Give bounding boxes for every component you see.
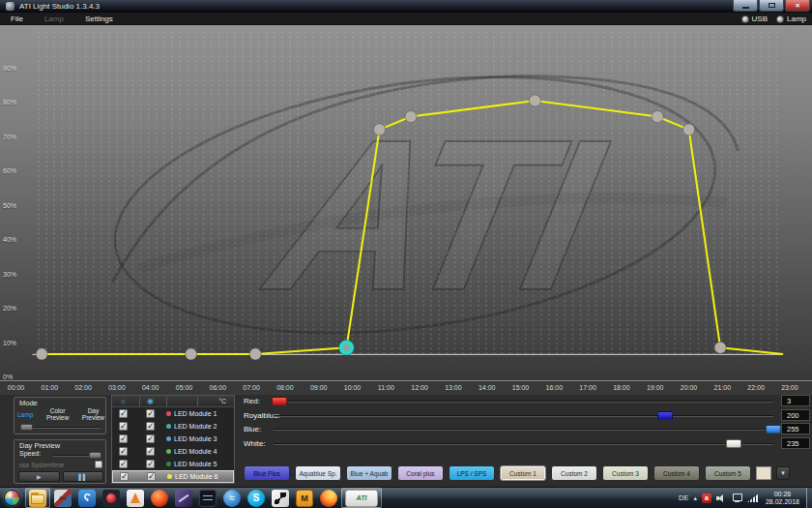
taskbar-button-vlc[interactable] — [124, 488, 147, 508]
led-power-checkbox[interactable] — [146, 422, 155, 431]
taskbar-button-bluemsg[interactable] — [220, 488, 244, 508]
use-systemtime-checkbox[interactable] — [95, 461, 102, 468]
schedule-chart[interactable]: ATI 90%80%70%60%50%40%30%20%10%0% — [0, 25, 812, 380]
minimize-button[interactable] — [733, 0, 758, 12]
menu-item-lamp[interactable]: Lamp — [34, 13, 74, 25]
mode-slider[interactable] — [20, 427, 102, 429]
taskbar-button-explorer[interactable] — [25, 488, 50, 508]
power-icon[interactable]: ◉ — [147, 396, 154, 407]
fan-icon[interactable]: ☼ — [120, 396, 127, 407]
led-power-checkbox[interactable] — [146, 434, 155, 443]
channel-label: Blue: — [244, 425, 261, 433]
swatch-dropdown-button[interactable]: ▾ — [776, 466, 790, 480]
chart-point[interactable] — [405, 111, 417, 123]
preset-button-custom-4[interactable]: Custom 4 — [653, 465, 700, 481]
chart-point[interactable] — [529, 95, 540, 106]
channel-slider-handle[interactable] — [726, 439, 741, 448]
network-icon[interactable] — [732, 493, 742, 503]
led-power-checkbox[interactable] — [146, 460, 155, 468]
mode-option-color-preview[interactable]: Color Preview — [46, 407, 69, 421]
taskbar-button-purple[interactable] — [172, 488, 195, 508]
preset-button-lps-sps[interactable]: LPS / SPS — [449, 465, 495, 481]
menu-item-settings[interactable]: Settings — [74, 13, 124, 25]
chart-point[interactable] — [249, 348, 261, 360]
preset-button-custom-1[interactable]: Custom 1 — [500, 465, 546, 481]
led-visible-checkbox[interactable] — [119, 422, 128, 431]
channel-slider-track[interactable] — [274, 415, 773, 417]
taskbar-button-imagetool[interactable] — [51, 488, 74, 508]
led-visible-checkbox[interactable] — [119, 434, 128, 443]
taskbar-button-skype[interactable] — [245, 488, 268, 508]
maximize-button[interactable] — [759, 0, 784, 12]
pause-button[interactable]: ▌▌ — [63, 471, 104, 482]
led-module-row[interactable]: LED Module 1 — [112, 407, 234, 420]
taskbar-button-redmedia[interactable] — [100, 488, 123, 508]
taskbar-clock[interactable]: 00:26 28.02.2018 — [766, 491, 799, 506]
led-visible-checkbox[interactable] — [119, 447, 128, 456]
channel-slider-handle[interactable] — [766, 425, 781, 433]
taskbar-button-ati[interactable] — [341, 488, 382, 508]
chart-plot[interactable] — [0, 25, 812, 380]
channel-slider-track[interactable] — [274, 429, 773, 431]
control-panel: Mode LampColor PreviewDay Preview Day Pr… — [0, 395, 812, 487]
led-visible-checkbox[interactable] — [120, 472, 129, 481]
led-visible-checkbox[interactable] — [119, 460, 128, 468]
chart-point[interactable] — [714, 342, 726, 353]
title-bar[interactable]: ATI Light Studio 1.3.4.3 × — [0, 0, 812, 13]
preset-button-custom-2[interactable]: Custom 2 — [551, 465, 597, 481]
channel-slider-handle[interactable] — [272, 397, 287, 405]
speed-slider[interactable] — [53, 455, 102, 457]
led-module-row[interactable]: LED Module 3 — [112, 433, 234, 445]
channel-value: 235 — [781, 437, 810, 449]
preset-button-blue-aquab[interactable]: Blue + Aquab — [346, 465, 392, 481]
preset-button-blue-plus[interactable]: Blue Plus — [244, 465, 290, 481]
mode-slider-handle[interactable] — [20, 424, 33, 431]
chart-point[interactable] — [373, 124, 385, 135]
chart-point[interactable] — [652, 111, 663, 123]
start-button[interactable] — [4, 490, 20, 506]
language-indicator[interactable]: DE — [679, 493, 688, 502]
led-power-checkbox[interactable] — [146, 447, 155, 456]
volume-icon[interactable] — [716, 493, 727, 503]
channel-slider-track[interactable] — [274, 443, 773, 445]
led-list-header: ☼ ◉ °C — [112, 396, 234, 407]
console-icon — [199, 490, 217, 507]
signal-icon[interactable] — [747, 493, 759, 503]
x-axis: 00:0001:0002:0003:0004:0005:0006:0007:00… — [0, 380, 812, 395]
x-axis-label: 12:00 — [406, 384, 433, 391]
channel-slider-track[interactable] — [274, 401, 773, 403]
x-axis-label: 17:00 — [574, 384, 601, 391]
mode-option-lamp[interactable]: Lamp — [17, 411, 33, 418]
preset-button-custom-5[interactable]: Custom 5 — [705, 465, 751, 481]
preset-button-custom-3[interactable]: Custom 3 — [602, 465, 649, 481]
taskbar-button-firefox[interactable] — [317, 488, 340, 508]
taskbar-button-console[interactable] — [196, 488, 219, 508]
play-button[interactable]: ▶ — [18, 471, 60, 482]
hidden-icons-button[interactable]: ▴ — [693, 494, 697, 502]
led-module-row[interactable]: LED Module 6 — [112, 470, 234, 483]
led-module-row[interactable]: LED Module 5 — [112, 458, 234, 470]
explorer-icon — [29, 490, 46, 507]
chart-point[interactable] — [683, 124, 695, 135]
led-visible-checkbox[interactable] — [119, 409, 128, 418]
led-module-row[interactable]: LED Module 4 — [112, 445, 234, 458]
preset-button-coral-plus[interactable]: Coral plus — [397, 465, 444, 481]
menu-item-file[interactable]: File — [0, 13, 34, 25]
show-desktop-button[interactable] — [806, 488, 812, 508]
preset-button-aquablue-sp-[interactable]: Aquablue Sp. — [295, 465, 341, 481]
taskbar-button-firewall[interactable] — [148, 488, 171, 508]
taskbar-button-mforum[interactable] — [293, 488, 316, 508]
close-button[interactable]: × — [785, 0, 810, 12]
taskbar-button-seahorse[interactable] — [75, 488, 99, 508]
led-module-row[interactable]: LED Module 2 — [112, 420, 234, 433]
custom-color-swatch[interactable] — [756, 466, 771, 480]
mode-option-day-preview[interactable]: Day Preview — [82, 407, 104, 421]
chart-point[interactable] — [185, 348, 196, 360]
speed-slider-handle[interactable] — [89, 452, 102, 459]
led-power-checkbox[interactable] — [147, 472, 156, 481]
taskbar-button-notes[interactable] — [269, 488, 292, 508]
antivirus-tray-icon[interactable]: a — [702, 493, 711, 503]
channel-slider-handle[interactable] — [657, 411, 673, 420]
chart-point[interactable] — [36, 348, 47, 360]
led-power-checkbox[interactable] — [146, 409, 155, 418]
